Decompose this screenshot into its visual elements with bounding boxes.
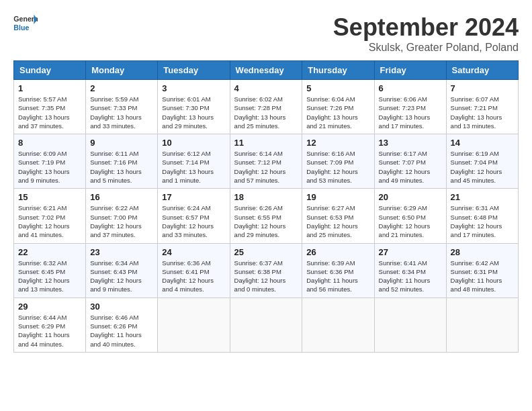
- day-3: 3 Sunrise: 6:01 AMSunset: 7:30 PMDayligh…: [158, 80, 230, 134]
- empty-cell-3: [302, 298, 374, 352]
- empty-cell-2: [230, 298, 302, 352]
- col-saturday: Saturday: [446, 61, 518, 80]
- day-25: 25 Sunrise: 6:37 AMSunset: 6:38 PMDaylig…: [230, 243, 302, 298]
- day-21: 21 Sunrise: 6:31 AMSunset: 6:48 PMDaylig…: [446, 189, 518, 243]
- day-5: 5 Sunrise: 6:04 AMSunset: 7:26 PMDayligh…: [302, 80, 374, 134]
- day-14: 14 Sunrise: 6:19 AMSunset: 7:04 PMDaylig…: [446, 134, 518, 189]
- day-11: 11 Sunrise: 6:14 AMSunset: 7:12 PMDaylig…: [230, 134, 302, 189]
- col-friday: Friday: [374, 61, 446, 80]
- calendar-week-4: 22 Sunrise: 6:32 AMSunset: 6:45 PMDaylig…: [14, 243, 519, 298]
- col-thursday: Thursday: [302, 61, 374, 80]
- day-4: 4 Sunrise: 6:02 AMSunset: 7:28 PMDayligh…: [230, 80, 302, 134]
- calendar-table: Sunday Monday Tuesday Wednesday Thursday…: [13, 60, 519, 353]
- calendar-week-3: 15 Sunrise: 6:21 AMSunset: 7:02 PMDaylig…: [14, 189, 519, 243]
- logo: General Blue: [13, 13, 38, 34]
- day-18: 18 Sunrise: 6:26 AMSunset: 6:55 PMDaylig…: [230, 189, 302, 243]
- col-tuesday: Tuesday: [158, 61, 230, 80]
- day-8: 8 Sunrise: 6:09 AMSunset: 7:19 PMDayligh…: [14, 134, 86, 189]
- page-header: General Blue September 2024 Skulsk, Grea…: [13, 13, 519, 54]
- day-12: 12 Sunrise: 6:16 AMSunset: 7:09 PMDaylig…: [302, 134, 374, 189]
- col-monday: Monday: [86, 61, 158, 80]
- empty-cell-1: [158, 298, 230, 352]
- logo-icon: General Blue: [13, 13, 38, 34]
- day-28: 28 Sunrise: 6:42 AMSunset: 6:31 PMDaylig…: [446, 243, 518, 298]
- day-19: 19 Sunrise: 6:27 AMSunset: 6:53 PMDaylig…: [302, 189, 374, 243]
- empty-cell-5: [446, 298, 518, 352]
- col-sunday: Sunday: [14, 61, 86, 80]
- day-10: 10 Sunrise: 6:12 AMSunset: 7:14 PMDaylig…: [158, 134, 230, 189]
- page-container: General Blue September 2024 Skulsk, Grea…: [13, 13, 519, 353]
- day-6: 6 Sunrise: 6:06 AMSunset: 7:23 PMDayligh…: [374, 80, 446, 134]
- day-23: 23 Sunrise: 6:34 AMSunset: 6:43 PMDaylig…: [86, 243, 158, 298]
- day-16: 16 Sunrise: 6:22 AMSunset: 7:00 PMDaylig…: [86, 189, 158, 243]
- day-1: 1 Sunrise: 5:57 AMSunset: 7:35 PMDayligh…: [14, 80, 86, 134]
- day-13: 13 Sunrise: 6:17 AMSunset: 7:07 PMDaylig…: [374, 134, 446, 189]
- calendar-week-1: 1 Sunrise: 5:57 AMSunset: 7:35 PMDayligh…: [14, 80, 519, 134]
- day-9: 9 Sunrise: 6:11 AMSunset: 7:16 PMDayligh…: [86, 134, 158, 189]
- day-24: 24 Sunrise: 6:36 AMSunset: 6:41 PMDaylig…: [158, 243, 230, 298]
- day-2: 2 Sunrise: 5:59 AMSunset: 7:33 PMDayligh…: [86, 80, 158, 134]
- day-15: 15 Sunrise: 6:21 AMSunset: 7:02 PMDaylig…: [14, 189, 86, 243]
- day-30: 30 Sunrise: 6:46 AMSunset: 6:26 PMDaylig…: [86, 298, 158, 352]
- day-22: 22 Sunrise: 6:32 AMSunset: 6:45 PMDaylig…: [14, 243, 86, 298]
- col-wednesday: Wednesday: [230, 61, 302, 80]
- calendar-week-5: 29 Sunrise: 6:44 AMSunset: 6:29 PMDaylig…: [14, 298, 519, 352]
- day-20: 20 Sunrise: 6:29 AMSunset: 6:50 PMDaylig…: [374, 189, 446, 243]
- calendar-header-row: Sunday Monday Tuesday Wednesday Thursday…: [14, 61, 519, 80]
- location: Skulsk, Greater Poland, Poland: [333, 42, 519, 54]
- month-title: September 2024: [333, 13, 519, 42]
- empty-cell-4: [374, 298, 446, 352]
- title-section: September 2024 Skulsk, Greater Poland, P…: [333, 13, 519, 54]
- day-27: 27 Sunrise: 6:41 AMSunset: 6:34 PMDaylig…: [374, 243, 446, 298]
- day-7: 7 Sunrise: 6:07 AMSunset: 7:21 PMDayligh…: [446, 80, 518, 134]
- day-29: 29 Sunrise: 6:44 AMSunset: 6:29 PMDaylig…: [14, 298, 86, 352]
- day-26: 26 Sunrise: 6:39 AMSunset: 6:36 PMDaylig…: [302, 243, 374, 298]
- day-17: 17 Sunrise: 6:24 AMSunset: 6:57 PMDaylig…: [158, 189, 230, 243]
- svg-text:Blue: Blue: [13, 24, 29, 32]
- calendar-week-2: 8 Sunrise: 6:09 AMSunset: 7:19 PMDayligh…: [14, 134, 519, 189]
